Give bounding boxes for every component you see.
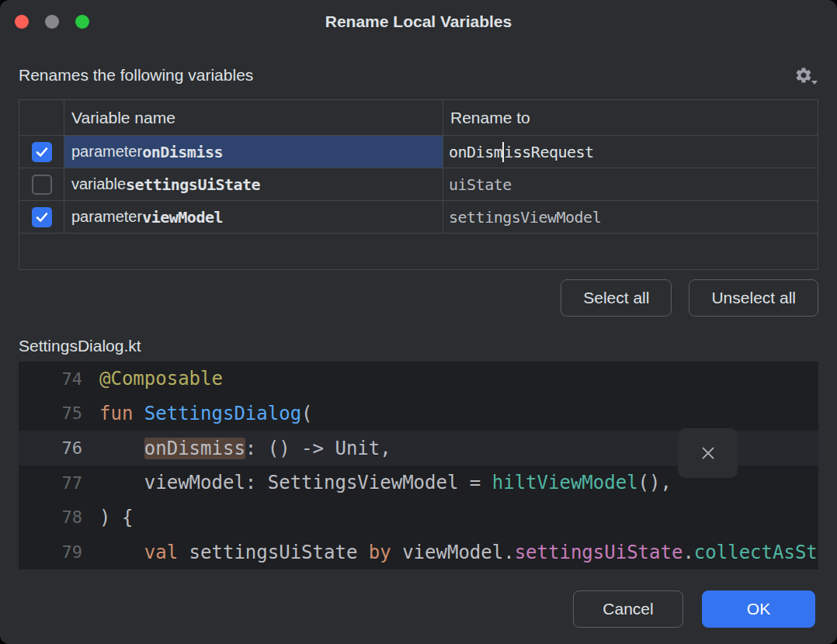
row-checkbox-cell[interactable]: [19, 168, 64, 201]
variable-name: onDismiss: [142, 143, 223, 161]
code-token: hiltViewModel: [492, 472, 638, 493]
row-checkbox-cell[interactable]: [19, 136, 64, 168]
code-token: : () -> Unit,: [245, 438, 391, 459]
traffic-lights: [15, 15, 89, 29]
rename-local-variables-dialog: Rename Local Variables Renames the follo…: [0, 0, 837, 644]
dialog-description: Renames the following variables: [19, 66, 253, 85]
rename-usage-highlight: onDismiss: [144, 438, 245, 459]
code-text: val settingsUiState by viewModel.setting…: [99, 542, 818, 563]
code-token: [99, 438, 144, 459]
code-token: (),: [638, 472, 672, 493]
code-token: [99, 542, 144, 563]
variable-name-cell[interactable]: parameter onDismiss: [64, 136, 443, 168]
variable-name-column-header: Variable name: [64, 100, 443, 136]
check-icon: [36, 147, 48, 158]
selection-buttons-row: Select all Unselect all: [19, 279, 818, 317]
variable-name: settingsUiState: [126, 175, 260, 194]
code-line: 79 val settingsUiState by viewModel.sett…: [19, 535, 818, 570]
code-token: viewModel.: [402, 542, 515, 563]
description-row: Renames the following variables: [19, 62, 818, 88]
line-number: 76: [19, 438, 99, 458]
line-number: 78: [19, 507, 99, 527]
row-checkbox[interactable]: [32, 142, 52, 162]
unselect-all-button[interactable]: Unselect all: [689, 279, 818, 317]
dialog-content: Renames the following variables Variable…: [0, 43, 837, 574]
variable-kind-label: variable: [71, 175, 126, 193]
line-number: 77: [19, 473, 99, 493]
variable-name: viewModel: [142, 208, 223, 227]
row-checkbox[interactable]: [32, 175, 52, 195]
code-token: viewModel: SettingsViewModel =: [99, 472, 492, 493]
code-token: .: [682, 542, 693, 563]
code-text: @Composable: [99, 368, 818, 390]
row-checkbox-cell[interactable]: [19, 201, 64, 234]
titlebar: Rename Local Variables: [0, 0, 837, 43]
table-empty-space: [19, 234, 818, 269]
code-token: settingsUiState: [515, 542, 683, 563]
code-token: (: [301, 403, 312, 424]
code-line: 75fun SettingsDialog(: [19, 396, 818, 431]
code-token: collectAsStateWithLifecycle(): [694, 542, 818, 563]
settings-gear-button[interactable]: [789, 64, 818, 86]
cancel-button[interactable]: Cancel: [573, 590, 683, 628]
close-preview-button[interactable]: [678, 428, 738, 478]
code-line: 74@Composable: [19, 362, 818, 396]
code-text: ) {: [99, 507, 818, 528]
code-text: fun SettingsDialog(: [99, 403, 818, 424]
ok-button[interactable]: OK: [702, 590, 815, 628]
code-preview-editor[interactable]: 74@Composable75fun SettingsDialog(76 onD…: [19, 362, 818, 570]
code-token: SettingsDialog: [144, 403, 301, 424]
code-line: 78) {: [19, 500, 818, 535]
rename-to-cell[interactable]: onDismissRequest: [443, 136, 818, 168]
checkbox-column-header: [19, 100, 64, 136]
window-title: Rename Local Variables: [0, 0, 837, 43]
check-icon: [36, 212, 48, 223]
zoom-window-button[interactable]: [75, 15, 89, 29]
file-name-label: SettingsDialog.kt: [19, 337, 818, 355]
variable-kind-label: parameter: [71, 143, 142, 161]
minimize-window-button[interactable]: [45, 15, 59, 29]
dialog-footer: Cancel OK: [0, 574, 837, 644]
rename-to-cell[interactable]: settingsViewModel: [443, 201, 818, 234]
line-number: 75: [19, 403, 99, 423]
chevron-down-icon: [811, 81, 818, 85]
code-token: val: [144, 542, 189, 563]
gear-icon: [794, 66, 813, 85]
variable-kind-label: parameter: [71, 208, 142, 226]
variable-name-cell[interactable]: parameter viewModel: [64, 201, 443, 234]
rename-to-cell[interactable]: uiState: [443, 168, 818, 201]
close-window-button[interactable]: [15, 15, 29, 29]
line-number: 79: [19, 542, 99, 562]
text-caret: [502, 142, 504, 162]
close-icon: [700, 445, 716, 461]
code-token: ) {: [99, 507, 133, 528]
rename-to-column-header: Rename to: [443, 100, 818, 136]
line-number: 74: [19, 369, 99, 389]
variable-name-cell[interactable]: variable settingsUiState: [64, 168, 443, 201]
code-token: @Composable: [99, 368, 223, 390]
select-all-button[interactable]: Select all: [561, 279, 672, 317]
code-token: settingsUiState: [189, 542, 369, 563]
code-token: fun: [99, 403, 144, 424]
row-checkbox[interactable]: [32, 207, 52, 227]
variables-table: Variable name Rename to parameter onDism…: [19, 99, 818, 270]
code-token: by: [369, 542, 402, 563]
